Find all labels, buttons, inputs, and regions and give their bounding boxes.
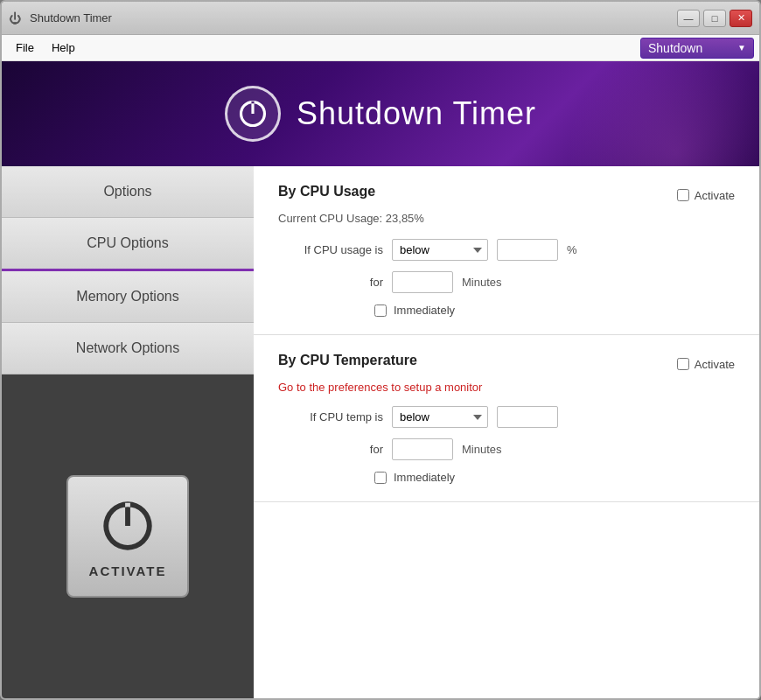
sidebar-item-options[interactable]: Options: [2, 166, 254, 218]
power-icon-large: [225, 86, 281, 142]
cpu-usage-activate-label: Activate: [677, 189, 735, 202]
cpu-temp-condition-row: If CPU temp is below above equals: [278, 406, 735, 428]
sidebar-item-memory-options[interactable]: Memory Options: [2, 271, 254, 323]
cpu-temp-immediately-checkbox[interactable]: [374, 472, 387, 484]
activate-button[interactable]: ACTIVATE: [66, 475, 189, 598]
banner: Shutdown Timer: [2, 61, 759, 166]
sidebar-item-network-options[interactable]: Network Options: [2, 323, 254, 374]
cpu-usage-title: By CPU Usage: [278, 184, 375, 200]
cpu-usage-minutes-input[interactable]: [392, 271, 453, 293]
cpu-temp-activate-text: Activate: [695, 358, 735, 371]
cpu-usage-immediately-checkbox[interactable]: [374, 304, 387, 317]
cpu-usage-duration-row: for Minutes: [278, 271, 735, 293]
cpu-temp-minutes-input[interactable]: [392, 438, 453, 460]
minutes-unit-cpu: Minutes: [462, 276, 502, 289]
activate-power-icon: [97, 495, 158, 556]
banner-title: Shutdown Timer: [297, 95, 536, 132]
maximize-button[interactable]: □: [703, 10, 726, 27]
window-controls: — □ ✕: [677, 10, 752, 27]
percent-unit: %: [567, 243, 577, 256]
power-svg: [236, 97, 269, 130]
menu-file[interactable]: File: [7, 38, 43, 58]
activate-area: ACTIVATE: [2, 374, 254, 698]
cpu-temp-immediately-label: Immediately: [394, 471, 455, 484]
menu-help[interactable]: Help: [43, 38, 84, 58]
close-button[interactable]: ✕: [730, 10, 752, 27]
cpu-usage-condition-select[interactable]: below above equals: [392, 239, 488, 261]
cpu-temp-header: By CPU Temperature Activate: [278, 353, 735, 375]
for-label-cpu: for: [278, 276, 383, 289]
cpu-usage-activate-text: Activate: [695, 189, 735, 202]
right-content: By CPU Usage Activate Current CPU Usage:…: [254, 166, 759, 698]
current-cpu-usage: Current CPU Usage: 23,85%: [278, 212, 735, 225]
sidebar-item-cpu-options[interactable]: CPU Options: [2, 218, 254, 271]
banner-content: Shutdown Timer: [225, 86, 536, 142]
cpu-usage-section: By CPU Usage Activate Current CPU Usage:…: [254, 166, 759, 335]
cpu-usage-activate-checkbox[interactable]: [677, 189, 689, 201]
cpu-temp-section: By CPU Temperature Activate Go to the pr…: [254, 335, 759, 502]
cpu-temp-activate-label: Activate: [677, 358, 735, 371]
app-window: ⏻ Shutdown Timer — □ ✕ File Help Shutdow…: [0, 0, 761, 700]
minimize-button[interactable]: —: [677, 10, 700, 27]
minutes-unit-temp: Minutes: [462, 443, 502, 456]
cpu-usage-immediately-label: Immediately: [394, 304, 455, 317]
cpu-temp-condition-select[interactable]: below above equals: [392, 406, 488, 428]
window-title: Shutdown Timer: [30, 11, 677, 24]
cpu-temp-activate-checkbox[interactable]: [677, 358, 689, 370]
if-cpu-temp-label: If CPU temp is: [278, 410, 383, 424]
for-label-temp: for: [278, 443, 383, 456]
cpu-usage-immediately-row: Immediately: [278, 304, 735, 317]
cpu-usage-header: By CPU Usage Activate: [278, 184, 735, 206]
window-icon: ⏻: [9, 10, 24, 26]
cpu-temp-immediately-row: Immediately: [278, 471, 735, 484]
sidebar: Options CPU Options Memory Options Netwo…: [2, 166, 254, 698]
cpu-temp-duration-row: for Minutes: [278, 438, 735, 460]
menubar: File Help Shutdown ▼: [2, 35, 759, 61]
action-area: Shutdown ▼: [640, 38, 754, 59]
titlebar: ⏻ Shutdown Timer — □ ✕: [2, 2, 759, 35]
cpu-usage-value-input[interactable]: [497, 239, 558, 261]
cpu-temp-value-input[interactable]: [497, 406, 558, 428]
action-dropdown-label: Shutdown: [648, 41, 702, 55]
main-content: Options CPU Options Memory Options Netwo…: [2, 166, 759, 698]
action-dropdown[interactable]: Shutdown ▼: [640, 38, 754, 59]
chevron-down-icon: ▼: [737, 43, 746, 52]
activate-label: ACTIVATE: [89, 564, 167, 578]
monitor-warning: Go to the preferences to setup a monitor: [278, 381, 735, 394]
cpu-usage-condition-row: If CPU usage is below above equals %: [278, 239, 735, 261]
if-cpu-usage-label: If CPU usage is: [278, 243, 383, 256]
cpu-temp-title: By CPU Temperature: [278, 353, 417, 368]
